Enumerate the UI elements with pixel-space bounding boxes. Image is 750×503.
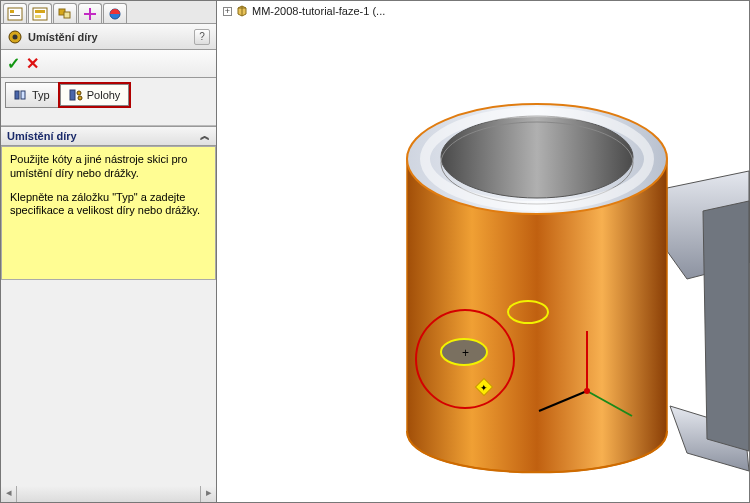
graphics-area[interactable]: + MM-2008-tutorial-faze-1 (... (217, 0, 750, 503)
scroll-right-button[interactable]: ▸ (200, 486, 216, 502)
svg-point-12 (13, 34, 18, 39)
polohy-highlight-frame: Polohy (58, 82, 132, 108)
hint-text-1: Použijte kóty a jiné nástroje skici pro … (10, 153, 207, 181)
tab-display-manager-icon[interactable] (103, 3, 127, 23)
tab-polohy[interactable]: Polohy (60, 84, 130, 106)
svg-point-19 (441, 116, 633, 198)
typ-icon (14, 88, 28, 102)
tab-feature-manager-icon[interactable] (3, 3, 27, 23)
svg-rect-2 (10, 15, 20, 16)
svg-rect-14 (21, 91, 25, 99)
hint-box: Použijte kóty a jiné nástroje skici pro … (1, 146, 216, 280)
tab-typ[interactable]: Typ (5, 82, 59, 108)
scroll-left-button[interactable]: ◂ (1, 486, 17, 502)
svg-text:+: + (462, 346, 469, 360)
svg-rect-7 (64, 12, 70, 18)
tab-dimxpert-icon[interactable] (78, 3, 102, 23)
svg-rect-15 (70, 90, 75, 100)
svg-point-31 (584, 388, 590, 394)
help-button[interactable]: ? (194, 29, 210, 45)
svg-rect-13 (15, 91, 19, 99)
svg-rect-3 (33, 8, 47, 20)
hint-text-2: Klepněte na záložku "Typ" a zadejte spec… (10, 191, 207, 219)
svg-rect-4 (35, 10, 45, 13)
property-panel: Umístění díry ? ✓ ✕ Typ Polohy Umístění … (0, 0, 217, 503)
tab-typ-label: Typ (32, 89, 50, 101)
sub-tab-strip: Typ Polohy (1, 78, 216, 108)
section-header-label: Umístění díry (7, 130, 77, 142)
panel-title-bar: Umístění díry ? (1, 24, 216, 50)
collapse-icon: ︽ (200, 129, 210, 143)
tab-polohy-label: Polohy (87, 89, 121, 101)
panel-title: Umístění díry (28, 31, 194, 43)
polohy-icon (69, 88, 83, 102)
tab-property-manager-icon[interactable] (28, 3, 52, 23)
action-bar: ✓ ✕ (1, 50, 216, 78)
section-header[interactable]: Umístění díry ︽ (1, 126, 216, 146)
ok-button[interactable]: ✓ (7, 54, 20, 73)
cancel-button[interactable]: ✕ (26, 54, 39, 73)
svg-rect-1 (10, 10, 14, 13)
svg-point-16 (77, 91, 81, 95)
svg-text:✦: ✦ (480, 383, 488, 393)
model-view[interactable]: + ✦ (217, 1, 750, 503)
hole-wizard-icon (7, 29, 23, 45)
panel-tab-strip (1, 1, 216, 24)
tab-configuration-manager-icon[interactable] (53, 3, 77, 23)
svg-rect-0 (8, 8, 22, 20)
svg-rect-5 (35, 15, 41, 18)
svg-point-17 (78, 96, 82, 100)
